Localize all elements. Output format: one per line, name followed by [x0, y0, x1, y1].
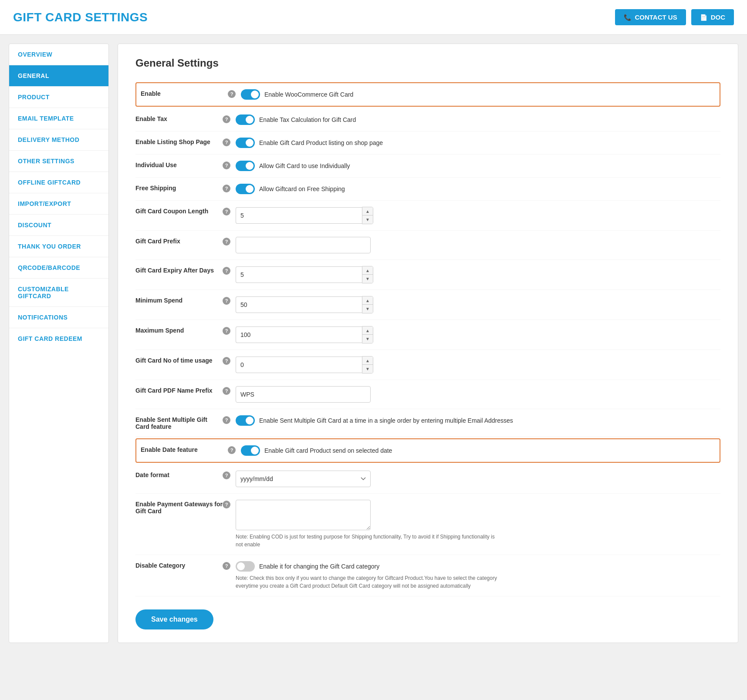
settings-row-sent-multiple: Enable Sent Multiple Gift Card feature?E… — [135, 409, 720, 437]
sidebar-item-discount[interactable]: DISCOUNT — [9, 215, 108, 236]
number-input-wrap-no-time-usage: ▲▼ — [236, 356, 373, 374]
number-input-max-spend[interactable] — [236, 326, 362, 343]
settings-row-max-spend: Maximum Spend?▲▼ — [135, 320, 720, 350]
help-icon-sent-multiple[interactable]: ? — [223, 415, 236, 424]
spin-up-no-time-usage[interactable]: ▲ — [362, 357, 373, 365]
spin-down-coupon-length[interactable]: ▼ — [362, 215, 373, 224]
sidebar-item-customizable-giftcard[interactable]: CUSTOMIZABLE GIFTCARD — [9, 279, 108, 307]
help-icon-individual-use[interactable]: ? — [223, 161, 236, 169]
help-icon-enable-date[interactable]: ? — [228, 445, 241, 454]
sidebar-item-other-settings[interactable]: OTHER SETTINGS — [9, 151, 108, 172]
sidebar-item-overview[interactable]: OVERVIEW — [9, 44, 108, 65]
toggle-enable-tax[interactable] — [236, 114, 255, 125]
question-mark-icon[interactable]: ? — [223, 562, 230, 570]
spin-down-expiry-days[interactable]: ▼ — [362, 275, 373, 283]
question-mark-icon[interactable]: ? — [223, 471, 230, 479]
help-icon-disable-category[interactable]: ? — [223, 561, 236, 570]
question-mark-icon[interactable]: ? — [223, 208, 230, 215]
row-label-date-format: Date format — [135, 471, 223, 478]
help-icon-no-time-usage[interactable]: ? — [223, 356, 236, 365]
help-icon-pdf-name-prefix[interactable]: ? — [223, 386, 236, 395]
toggle-wrap-individual-use: Allow Gift Card to use Individually — [236, 161, 350, 171]
toggle-enable-date[interactable] — [241, 445, 260, 456]
question-mark-icon[interactable]: ? — [228, 446, 236, 454]
select-date-format[interactable]: yyyy/mm/dddd/mm/yyyymm/dd/yyyy — [236, 471, 371, 487]
row-label-coupon-length: Gift Card Coupon Length — [135, 207, 223, 215]
sidebar-item-general[interactable]: GENERAL — [9, 65, 108, 87]
row-label-enable-date: Enable Date feature — [141, 445, 228, 453]
sidebar-item-offline-giftcard[interactable]: OFFLINE GIFTCARD — [9, 172, 108, 193]
settings-rows: Enable?Enable WooCommerce Gift CardEnabl… — [135, 82, 720, 596]
row-label-free-shipping: Free Shipping — [135, 184, 223, 192]
toggle-slider-enable-listing — [236, 138, 255, 148]
question-mark-icon[interactable]: ? — [228, 90, 236, 98]
row-control-enable: Enable WooCommerce Gift Card — [241, 89, 715, 100]
toggle-slider-free-shipping — [236, 184, 255, 194]
question-mark-icon[interactable]: ? — [223, 115, 230, 123]
help-icon-enable-tax[interactable]: ? — [223, 114, 236, 123]
spin-up-coupon-length[interactable]: ▲ — [362, 207, 373, 215]
help-icon-free-shipping[interactable]: ? — [223, 184, 236, 192]
question-mark-icon[interactable]: ? — [223, 138, 230, 146]
row-control-enable-tax: Enable Tax Calculation for Gift Card — [236, 114, 720, 125]
row-label-enable-listing: Enable Listing Shop Page — [135, 138, 223, 145]
textarea-payment-gateways[interactable] — [236, 500, 371, 530]
spin-down-no-time-usage[interactable]: ▼ — [362, 365, 373, 373]
spin-down-max-spend[interactable]: ▼ — [362, 335, 373, 343]
spin-down-min-spend[interactable]: ▼ — [362, 305, 373, 313]
row-control-no-time-usage: ▲▼ — [236, 356, 720, 374]
question-mark-icon[interactable]: ? — [223, 297, 230, 305]
question-mark-icon[interactable]: ? — [223, 238, 230, 246]
toggle-disable-category[interactable] — [236, 561, 255, 572]
contact-label: CONTACT US — [635, 13, 677, 21]
question-mark-icon[interactable]: ? — [223, 327, 230, 335]
toggle-label-sent-multiple: Enable Sent Multiple Gift Card at a time… — [259, 417, 513, 424]
save-changes-button[interactable]: Save changes — [135, 609, 213, 629]
help-icon-max-spend[interactable]: ? — [223, 326, 236, 335]
help-icon-date-format[interactable]: ? — [223, 471, 236, 479]
question-mark-icon[interactable]: ? — [223, 267, 230, 275]
doc-button[interactable]: DOC — [691, 9, 734, 25]
row-label-no-time-usage: Gift Card No of time usage — [135, 356, 223, 364]
help-icon-coupon-length[interactable]: ? — [223, 207, 236, 215]
number-input-expiry-days[interactable] — [236, 266, 362, 283]
help-icon-enable-listing[interactable]: ? — [223, 138, 236, 146]
sidebar-item-notifications[interactable]: NOTIFICATIONS — [9, 307, 108, 328]
toggle-enable[interactable] — [241, 89, 260, 100]
help-icon-prefix[interactable]: ? — [223, 237, 236, 246]
number-input-coupon-length[interactable] — [236, 207, 362, 224]
number-input-wrap-max-spend: ▲▼ — [236, 326, 373, 343]
sidebar-item-gift-card-redeem[interactable]: GIFT CARD REDEEM — [9, 328, 108, 349]
question-mark-icon[interactable]: ? — [223, 162, 230, 169]
note-payment-gateways: Note: Enabling COD is just for testing p… — [236, 533, 497, 549]
sidebar-item-email-template[interactable]: EMAIL TEMPLATE — [9, 108, 108, 129]
sidebar-item-delivery-method[interactable]: DELIVERY METHOD — [9, 129, 108, 151]
question-mark-icon[interactable]: ? — [223, 357, 230, 365]
spin-up-expiry-days[interactable]: ▲ — [362, 266, 373, 275]
help-icon-enable[interactable]: ? — [228, 89, 241, 98]
question-mark-icon[interactable]: ? — [223, 185, 230, 192]
toggle-free-shipping[interactable] — [236, 184, 255, 194]
toggle-sent-multiple[interactable] — [236, 415, 255, 426]
help-icon-payment-gateways[interactable]: ? — [223, 500, 236, 508]
sidebar-item-import-export[interactable]: IMPORT/EXPORT — [9, 193, 108, 215]
row-control-sent-multiple: Enable Sent Multiple Gift Card at a time… — [236, 415, 720, 426]
number-input-min-spend[interactable] — [236, 296, 362, 313]
question-mark-icon[interactable]: ? — [223, 387, 230, 395]
help-icon-min-spend[interactable]: ? — [223, 296, 236, 305]
help-icon-expiry-days[interactable]: ? — [223, 266, 236, 275]
spin-up-max-spend[interactable]: ▲ — [362, 326, 373, 335]
main-layout: OVERVIEWGENERALPRODUCTEMAIL TEMPLATEDELI… — [0, 35, 747, 652]
question-mark-icon[interactable]: ? — [223, 501, 230, 508]
sidebar-item-product[interactable]: PRODUCT — [9, 87, 108, 108]
text-input-prefix[interactable] — [236, 237, 371, 253]
contact-us-button[interactable]: CONTACT US — [615, 9, 686, 25]
text-input-pdf-name-prefix[interactable] — [236, 386, 371, 403]
sidebar-item-qrcode-barcode[interactable]: QRCODE/BARCODE — [9, 257, 108, 279]
number-input-no-time-usage[interactable] — [236, 357, 362, 373]
question-mark-icon[interactable]: ? — [223, 416, 230, 424]
toggle-individual-use[interactable] — [236, 161, 255, 171]
spin-up-min-spend[interactable]: ▲ — [362, 296, 373, 305]
sidebar-item-thank-you-order[interactable]: THANK YOU ORDER — [9, 236, 108, 257]
toggle-enable-listing[interactable] — [236, 138, 255, 148]
